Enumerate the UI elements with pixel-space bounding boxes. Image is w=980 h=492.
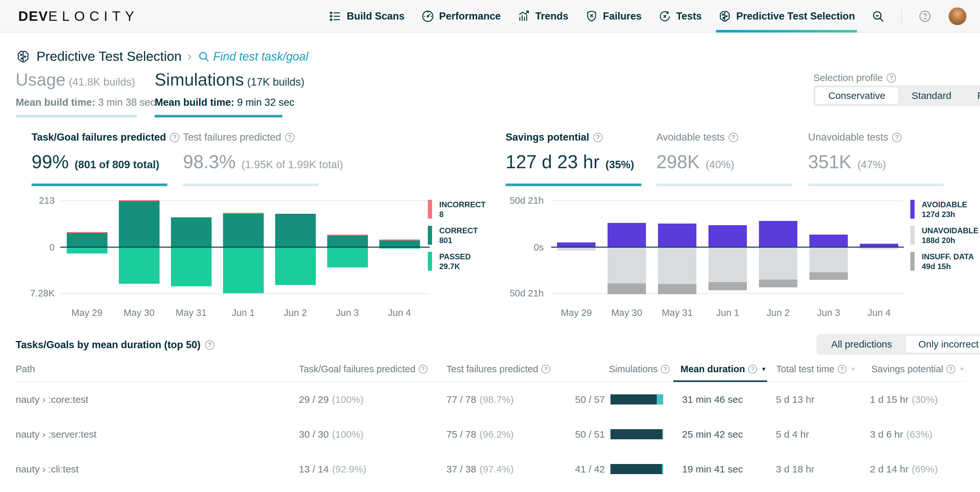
kpi-value: 99%: [32, 151, 69, 173]
search-icon: [197, 51, 210, 63]
table-row[interactable]: nauty › :server:test 30 / 30(100%) 75 / …: [16, 417, 964, 452]
breadcrumb-separator: ›: [188, 49, 192, 63]
profile-option-conservative[interactable]: Conservative: [815, 87, 899, 105]
table-row[interactable]: nauty › :cli:test 13 / 14(92.9%) 37 / 38…: [16, 452, 964, 486]
x-axis-label: Jun 1: [214, 308, 272, 318]
bar-below-zero[interactable]: [119, 247, 159, 284]
bar-above-zero[interactable]: [223, 213, 264, 247]
nav-item-build-scans[interactable]: Build Scans: [329, 0, 404, 33]
column-help-icon[interactable]: ?: [838, 365, 846, 373]
x-axis-label: Jun 1: [698, 308, 757, 318]
column-header-test-failures[interactable]: Test failures predicted?: [446, 364, 550, 375]
simulations-bar: [611, 464, 663, 474]
incorrect-swatch: [428, 200, 432, 219]
kpi-task-goal-failures-predicted[interactable]: Task/Goal failures predicted? 99%(801 of…: [32, 132, 180, 186]
column-help-icon[interactable]: ?: [947, 365, 955, 373]
column-header-task-goal-failures[interactable]: Task/Goal failures predicted?: [299, 364, 428, 375]
bar-below-zero[interactable]: [223, 247, 264, 293]
column-help-icon[interactable]: ?: [661, 365, 670, 373]
kpi-avoidable-tests[interactable]: Avoidable tests? 298K(40%): [656, 132, 792, 186]
kpi-help-icon[interactable]: ?: [729, 133, 738, 142]
cell-savings-potential: 1 d 15 hr(30%): [870, 382, 938, 417]
column-help-icon[interactable]: ?: [748, 365, 757, 373]
bar-above-zero[interactable]: [119, 200, 159, 247]
find-test-task-link[interactable]: Find test task/goal: [197, 50, 308, 63]
bar-above-zero[interactable]: [171, 217, 212, 247]
kpi-sub: (35%): [605, 159, 634, 171]
trends-icon: [517, 10, 531, 23]
column-help-icon[interactable]: ?: [541, 365, 550, 373]
toggle-all-predictions[interactable]: All predictions: [818, 335, 905, 353]
nav-item-performance[interactable]: Performance: [421, 0, 501, 33]
x-axis-label: Jun 2: [749, 308, 807, 318]
bar-below-zero[interactable]: [171, 247, 212, 286]
kpi-underline: [183, 184, 319, 186]
profile-option-standard[interactable]: Standard: [899, 87, 964, 105]
bar-above-zero[interactable]: [67, 232, 107, 247]
simulations-bar: [611, 429, 663, 439]
kpi-help-icon[interactable]: ?: [285, 133, 295, 142]
bar-below-zero[interactable]: [608, 247, 646, 294]
nav-label: Predictive Test Selection: [736, 10, 855, 22]
cell-test-failures: 37 / 38(97.4%): [446, 452, 514, 486]
bar-below-zero[interactable]: [67, 247, 107, 254]
bar-above-zero[interactable]: [327, 235, 368, 247]
help-button[interactable]: [918, 10, 932, 23]
nav-item-trends[interactable]: Trends: [517, 0, 568, 33]
selection-profile-help-icon[interactable]: ?: [886, 73, 896, 83]
column-header-total-test-time[interactable]: Total test time?▼: [776, 364, 856, 375]
bar-below-zero[interactable]: [275, 247, 316, 285]
tab-usage[interactable]: Usage(41.8K builds) Mean build time: 3 m…: [16, 70, 155, 117]
cell-path[interactable]: nauty › :cli:test: [16, 452, 78, 486]
y-axis-label-bottom: 7.28K: [16, 288, 55, 298]
cell-mean-duration: 31 min 46 sec: [682, 382, 743, 417]
column-header-mean-duration[interactable]: Mean duration?▼: [681, 364, 767, 375]
bar-below-zero[interactable]: [658, 247, 697, 294]
simulations-bar: [611, 394, 663, 405]
kpi-savings-potential[interactable]: Savings potential? 127 d 23 hr(35%): [506, 132, 641, 186]
bar-below-zero[interactable]: [557, 247, 595, 251]
bar-above-zero[interactable]: [658, 224, 697, 247]
cell-path[interactable]: nauty › :core:test: [16, 382, 88, 417]
selection-profile-label: Selection profile ?: [813, 72, 896, 83]
tab-simulations[interactable]: Simulations(17K builds) Mean build time:…: [155, 70, 304, 117]
sort-caret-icon: ▼: [850, 366, 856, 373]
column-header-simulations[interactable]: Simulations?: [609, 364, 670, 375]
kpi-help-icon[interactable]: ?: [170, 133, 180, 142]
toggle-only-incorrect[interactable]: Only incorrect: [905, 335, 980, 353]
kpi-help-icon[interactable]: ?: [892, 133, 902, 142]
bar-below-zero[interactable]: [759, 247, 797, 287]
kpi-test-failures-predicted[interactable]: Test failures predicted? 98.3%(1.95K of …: [183, 132, 343, 186]
bar-above-zero[interactable]: [810, 235, 848, 247]
cell-path[interactable]: nauty › :server:test: [16, 417, 96, 452]
bar-above-zero[interactable]: [275, 214, 316, 247]
table-title-help-icon[interactable]: ?: [205, 340, 215, 350]
nav-label: Build Scans: [347, 10, 404, 22]
kpi-unavoidable-tests[interactable]: Unavoidable tests? 351K(47%): [808, 132, 944, 186]
kpi-underline: [656, 184, 792, 186]
bar-above-zero[interactable]: [759, 221, 797, 247]
unavoidable-swatch: [910, 226, 915, 245]
column-header-savings-potential[interactable]: Savings potential?▼: [871, 364, 965, 375]
tab-usage-title: Usage: [16, 70, 65, 89]
legend-item-unavoidable: UNAVOIDABLE188d 20h: [910, 226, 978, 245]
bar-above-zero[interactable]: [708, 225, 747, 247]
bar-above-zero[interactable]: [379, 240, 420, 247]
nav-item-tests[interactable]: Tests: [658, 0, 702, 33]
develocity-logo[interactable]: DEVELOCITY: [18, 0, 139, 33]
kpi-help-icon[interactable]: ?: [593, 133, 603, 142]
nav-item-predictive-test-selection[interactable]: Predictive Test Selection: [718, 0, 855, 33]
top-bar: DEVELOCITY Build Scans Performance Trend…: [0, 0, 980, 33]
user-avatar[interactable]: [948, 7, 967, 26]
nav-item-failures[interactable]: Failures: [585, 0, 642, 33]
profile-option-fast[interactable]: Fast: [964, 87, 980, 105]
bar-below-zero[interactable]: [327, 247, 368, 267]
bar-below-zero[interactable]: [810, 247, 848, 280]
bar-below-zero[interactable]: [708, 247, 747, 290]
tab-simulations-underline: [155, 115, 282, 117]
tests-icon: [658, 10, 672, 23]
bar-above-zero[interactable]: [608, 223, 646, 247]
table-row[interactable]: nauty › :core:test 29 / 29(100%) 77 / 78…: [16, 382, 964, 417]
search-button[interactable]: [871, 10, 885, 23]
column-help-icon[interactable]: ?: [419, 365, 428, 373]
